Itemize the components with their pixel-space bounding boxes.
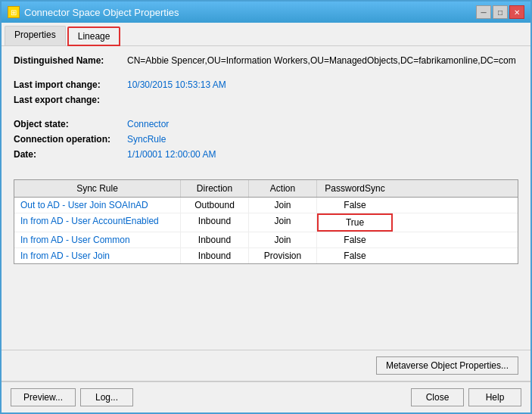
cell-direction-1: Inbound	[181, 213, 249, 232]
metaverse-properties-button[interactable]: Metaverse Object Properties...	[376, 356, 518, 375]
object-state-row: Object state: Connector	[14, 119, 518, 129]
table-row: Out to AD - User Join SOAInAD Outbound J…	[14, 198, 518, 213]
cell-sync-rule-0: Out to AD - User Join SOAInAD	[14, 198, 181, 213]
metaverse-section: Metaverse Object Properties...	[2, 350, 530, 381]
connection-operation-row: Connection operation: SyncRule	[14, 134, 518, 145]
footer-bar: Preview... Log... Close Help	[2, 381, 530, 412]
title-bar-controls: ─ □ ✕	[476, 5, 524, 19]
cell-sync-rule-3: In from AD - User Join	[14, 248, 181, 263]
table-row: In from AD - User AccountEnabled Inbound…	[14, 213, 518, 232]
last-export-row: Last export change:	[14, 95, 518, 105]
cell-direction-3: Inbound	[181, 248, 249, 263]
cell-sync-rule-2: In from AD - User Common	[14, 232, 181, 247]
col-action: Action	[249, 180, 317, 197]
window-icon: ⊞	[8, 6, 20, 18]
object-state-value: Connector	[127, 119, 518, 129]
cell-password-sync-2: False	[317, 232, 393, 247]
last-import-label: Last import change:	[14, 79, 127, 90]
last-import-value: 10/30/2015 10:53:13 AM	[127, 79, 518, 90]
sync-rules-grid: Sync Rule Direction Action PasswordSync …	[14, 179, 518, 264]
maximize-button[interactable]: □	[493, 5, 508, 19]
cell-direction-0: Outbound	[181, 198, 249, 213]
table-row: In from AD - User Join Inbound Provision…	[14, 248, 518, 263]
log-button[interactable]: Log...	[80, 388, 133, 406]
tab-lineage[interactable]: Lineage	[67, 26, 121, 46]
connection-operation-value: SyncRule	[127, 134, 518, 145]
cell-action-2: Join	[249, 232, 317, 247]
tabs-bar: Properties Lineage	[2, 23, 530, 46]
grid-header: Sync Rule Direction Action PasswordSync	[14, 180, 518, 198]
main-window: ⊞ Connector Space Object Properties ─ □ …	[0, 0, 532, 414]
cell-direction-2: Inbound	[181, 232, 249, 247]
cell-password-sync-1: True	[317, 213, 393, 232]
table-row: In from AD - User Common Inbound Join Fa…	[14, 232, 518, 248]
last-export-label: Last export change:	[14, 95, 127, 105]
footer-right-buttons: Close Help	[411, 388, 521, 406]
cell-password-sync-3: False	[317, 248, 393, 263]
date-label: Date:	[14, 149, 127, 160]
close-window-button[interactable]: ✕	[509, 5, 524, 19]
cell-action-0: Join	[249, 198, 317, 213]
minimize-button[interactable]: ─	[476, 5, 491, 19]
window-title: Connector Space Object Properties	[24, 7, 179, 18]
date-value: 1/1/0001 12:00:00 AM	[127, 149, 518, 160]
col-password-sync: PasswordSync	[317, 180, 393, 197]
cell-password-sync-0: False	[317, 198, 393, 213]
tab-properties[interactable]: Properties	[5, 26, 66, 45]
col-direction: Direction	[181, 180, 249, 197]
distinguished-name-row: Distinguished Name: CN=Abbie Spencer,OU=…	[14, 55, 518, 66]
col-sync-rule: Sync Rule	[14, 180, 181, 197]
last-import-row: Last import change: 10/30/2015 10:53:13 …	[14, 79, 518, 90]
distinguished-name-label: Distinguished Name:	[14, 55, 127, 66]
title-bar: ⊞ Connector Space Object Properties ─ □ …	[2, 2, 530, 23]
help-button[interactable]: Help	[468, 388, 521, 406]
cell-sync-rule-1: In from AD - User AccountEnabled	[14, 213, 181, 232]
connection-operation-label: Connection operation:	[14, 134, 127, 145]
close-button[interactable]: Close	[411, 388, 464, 406]
footer-left-buttons: Preview... Log...	[11, 388, 133, 406]
distinguished-name-value: CN=Abbie Spencer,OU=Information Workers,…	[127, 55, 518, 66]
object-state-label: Object state:	[14, 119, 127, 129]
title-bar-left: ⊞ Connector Space Object Properties	[8, 6, 179, 18]
content-area: Distinguished Name: CN=Abbie Spencer,OU=…	[2, 46, 530, 350]
preview-button[interactable]: Preview...	[11, 388, 76, 406]
cell-action-1: Join	[249, 213, 317, 232]
date-row: Date: 1/1/0001 12:00:00 AM	[14, 149, 518, 160]
cell-action-3: Provision	[249, 248, 317, 263]
